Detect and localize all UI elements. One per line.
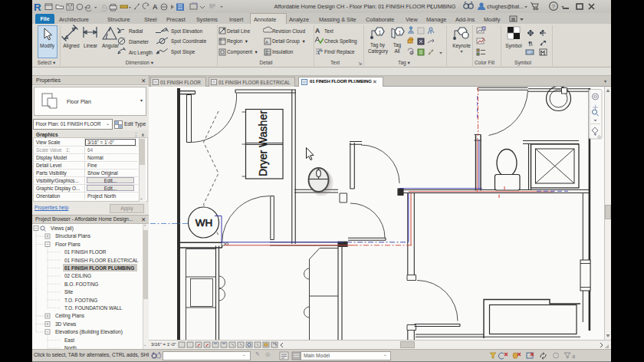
svg-text:A: A [153,3,158,11]
svg-text:Dryer Washer: Dryer Washer [257,110,269,176]
svg-text:WH: WH [196,217,213,229]
svg-text:R: R [34,2,41,12]
svg-text:?: ? [552,3,556,10]
svg-text:A: A [265,40,268,44]
svg-text:chughes@bat...: chughes@bat... [487,4,524,10]
svg-text::0: :0 [571,354,576,359]
svg-text:1: 1 [379,30,382,35]
svg-text:1: 1 [399,30,402,35]
